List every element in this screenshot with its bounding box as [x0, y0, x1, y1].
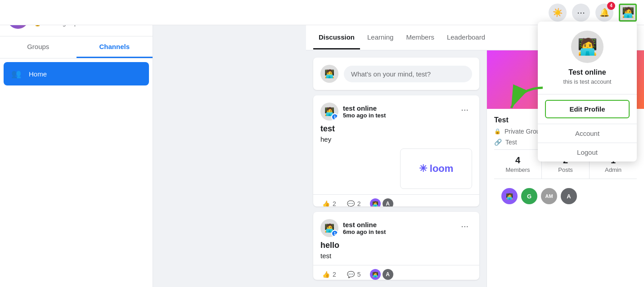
sidebar-tabs: Groups Channels — [0, 36, 153, 58]
post-title-1: test — [320, 124, 472, 134]
composer-avatar: 🧑‍💻 — [320, 65, 338, 83]
account-menu-item[interactable]: Account — [538, 124, 637, 143]
popup-name: Test online — [545, 68, 630, 76]
popup-bio: this is test account — [545, 78, 630, 85]
member-avatar-4: A — [561, 188, 577, 204]
post-author-2: 🧑‍💻 1 test online 6mo ago in test — [320, 219, 386, 237]
reaction-avatar-4: A — [383, 269, 393, 280]
post-composer: 🧑‍💻 What's on your mind, test? — [313, 58, 479, 90]
member-avatar-2: G — [521, 188, 537, 204]
post-text-2: test — [320, 252, 472, 260]
reaction-avatar-2: A — [383, 198, 393, 206]
sidebar: T Test 🔒 Private group · 4 members ⊞ Gro… — [0, 0, 153, 287]
post-more-btn-1[interactable]: ··· — [457, 103, 472, 117]
user-dropdown-popup: 🧑‍💻 Test online this is test account Edi… — [538, 22, 637, 161]
like-btn-1[interactable]: 👍 2 — [320, 198, 338, 206]
reaction-avatars-2: 🧑‍💻 A — [370, 269, 393, 280]
post-avatar-badge-2: 1 — [331, 230, 338, 237]
comment-btn-2[interactable]: 💬 5 — [345, 269, 363, 280]
stat-members-number: 4 — [494, 155, 541, 166]
stat-admin-label: Admin — [590, 166, 637, 173]
post-author-1: 🧑‍💻 1 test online 5mo ago in test — [320, 103, 386, 121]
grid-btn[interactable]: ⋯ — [572, 4, 590, 22]
post-meta-1: 5mo ago in test — [343, 112, 386, 119]
feed: 🧑‍💻 What's on your mind, test? 🧑‍💻 1 tes… — [306, 50, 486, 287]
reaction-avatar-1: 🧑‍💻 — [370, 198, 381, 206]
member-avatar-3: AM — [541, 188, 557, 204]
like-btn-2[interactable]: 👍 2 — [320, 269, 338, 280]
comment-icon: 💬 — [347, 200, 355, 206]
tab-discussion[interactable]: Discussion — [313, 26, 360, 49]
post-author-name-1: test online — [343, 104, 386, 112]
stat-posts-label: Posts — [542, 166, 589, 173]
loom-preview: ✳ loom — [400, 148, 472, 189]
post-reactions-2: 👍 2 💬 5 🧑‍💻 A — [313, 265, 479, 280]
theme-toggle-btn[interactable]: ☀️ — [549, 4, 567, 22]
link-icon: 🔗 — [494, 139, 502, 146]
post-author-name-2: test online — [343, 221, 386, 229]
tab-learning[interactable]: Learning — [362, 26, 399, 49]
lock-icon-panel: 🔒 — [494, 128, 501, 135]
post-header-1: 🧑‍💻 1 test online 5mo ago in test ··· — [313, 95, 479, 124]
post-header-2: 🧑‍💻 1 test online 6mo ago in test ··· — [313, 212, 479, 241]
popup-avatar: 🧑‍💻 — [571, 31, 603, 63]
member-avatar-1: 🧑‍💻 — [501, 188, 518, 204]
comment-btn-1[interactable]: 💬 2 — [345, 198, 363, 206]
post-avatar-badge-1: 1 — [331, 113, 338, 121]
stat-members: 4 Members — [494, 150, 542, 179]
post-media-area-1: ✳ loom — [313, 148, 479, 194]
composer-input[interactable]: What's on your mind, test? — [344, 66, 472, 82]
sidebar-tab-groups[interactable]: Groups — [0, 36, 77, 58]
nav-item-home[interactable]: 👥 Home — [4, 62, 149, 85]
tab-members[interactable]: Members — [401, 26, 440, 49]
post-content-1: test hey — [313, 124, 479, 148]
post-text-1: hey — [320, 135, 472, 143]
post-meta-2: 6mo ago in test — [343, 229, 386, 235]
notification-badge: 4 — [607, 2, 615, 10]
post-title-2: hello — [320, 241, 472, 250]
edit-profile-button[interactable]: Edit Profile — [545, 100, 630, 118]
post-card-2: 🧑‍💻 1 test online 6mo ago in test ··· — [313, 212, 479, 280]
stat-members-label: Members — [494, 166, 541, 173]
post-avatar-1: 🧑‍💻 1 — [320, 103, 338, 121]
user-avatar-btn[interactable]: 🧑‍💻 — [619, 4, 637, 22]
reaction-avatar-3: 🧑‍💻 — [370, 269, 381, 280]
post-content-2: hello test — [313, 241, 479, 265]
post-reactions-1: 👍 2 💬 2 🧑‍💻 A — [313, 194, 479, 206]
member-avatars: 🧑‍💻 G AM A — [494, 183, 637, 210]
logout-menu-item[interactable]: Logout — [538, 143, 637, 161]
notification-btn[interactable]: 🔔 4 — [595, 4, 613, 22]
reaction-avatars-1: 🧑‍💻 A — [370, 198, 393, 206]
comment-icon-2: 💬 — [347, 271, 355, 278]
sidebar-tab-channels[interactable]: Channels — [77, 36, 153, 58]
post-avatar-2: 🧑‍💻 1 — [320, 219, 338, 237]
thumbs-up-icon-2: 👍 — [322, 271, 330, 278]
home-icon: 👥 — [9, 67, 23, 81]
popup-user-section: 🧑‍💻 Test online this is test account — [538, 22, 637, 94]
post-card-1: 🧑‍💻 1 test online 5mo ago in test ··· — [313, 95, 479, 206]
tab-leaderboard[interactable]: Leaderboard — [441, 26, 491, 49]
post-more-btn-2[interactable]: ··· — [457, 219, 472, 233]
thumbs-up-icon: 👍 — [322, 200, 330, 206]
sidebar-nav: 👥 Home — [0, 58, 153, 89]
